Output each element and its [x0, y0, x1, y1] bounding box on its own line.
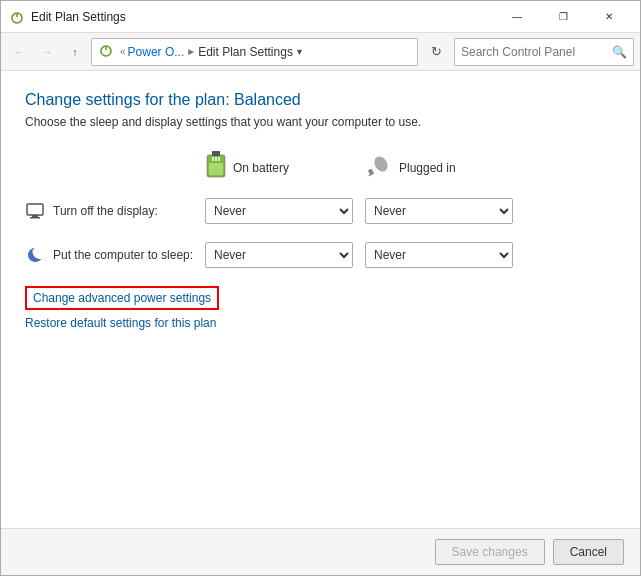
svg-rect-14	[32, 215, 38, 217]
window-icon	[9, 9, 25, 25]
sleep-label-group: Put the computer to sleep:	[25, 245, 205, 265]
restore-button[interactable]: ❐	[540, 1, 586, 33]
battery-icon	[205, 149, 227, 186]
display-label: Turn off the display:	[53, 204, 158, 218]
display-icon	[25, 201, 45, 221]
main-window: Edit Plan Settings — ❐ ✕ ← → ↑ « Power O…	[0, 0, 641, 576]
display-label-group: Turn off the display:	[25, 201, 205, 221]
forward-button[interactable]: →	[35, 40, 59, 64]
sleep-battery-select[interactable]: Never 1 minute 2 minutes 5 minutes 10 mi…	[205, 242, 353, 268]
restore-defaults-link[interactable]: Restore default settings for this plan	[25, 316, 616, 330]
cancel-button[interactable]: Cancel	[553, 539, 624, 565]
svg-rect-13	[27, 204, 43, 215]
links-section: Change advanced power settings Restore d…	[25, 286, 616, 330]
display-dropdowns: Never 1 minute 2 minutes 5 minutes 10 mi…	[205, 198, 513, 224]
close-button[interactable]: ✕	[586, 1, 632, 33]
breadcrumb-current: Edit Plan Settings	[198, 45, 293, 59]
sleep-plugged-select[interactable]: Never 1 minute 2 minutes 5 minutes 10 mi…	[365, 242, 513, 268]
up-button[interactable]: ↑	[63, 40, 87, 64]
svg-rect-6	[209, 163, 223, 175]
plugged-column-header: Plugged in	[365, 154, 525, 182]
breadcrumb-link-parent[interactable]: Power O...	[128, 45, 185, 59]
sleep-label: Put the computer to sleep:	[53, 248, 193, 262]
sleep-row: Put the computer to sleep: Never 1 minut…	[25, 240, 616, 270]
battery-column-header: On battery	[205, 149, 365, 186]
display-row: Turn off the display: Never 1 minute 2 m…	[25, 196, 616, 226]
plugged-column-label: Plugged in	[399, 161, 456, 175]
back-button[interactable]: ←	[7, 40, 31, 64]
save-changes-button[interactable]: Save changes	[435, 539, 545, 565]
window-title: Edit Plan Settings	[31, 10, 494, 24]
svg-rect-15	[30, 217, 40, 219]
battery-column-label: On battery	[233, 161, 289, 175]
column-headers: On battery Plugged in	[25, 149, 616, 186]
footer: Save changes Cancel	[1, 528, 640, 575]
refresh-button[interactable]: ↻	[422, 38, 450, 66]
display-battery-select[interactable]: Never 1 minute 2 minutes 5 minutes 10 mi…	[205, 198, 353, 224]
breadcrumb-sep1: «	[120, 46, 126, 57]
breadcrumb-arrow: ►	[186, 46, 196, 57]
minimize-button[interactable]: —	[494, 1, 540, 33]
page-subtitle: Choose the sleep and display settings th…	[25, 115, 616, 129]
search-box: 🔍	[454, 38, 634, 66]
title-bar: Edit Plan Settings — ❐ ✕	[1, 1, 640, 33]
sleep-dropdowns: Never 1 minute 2 minutes 5 minutes 10 mi…	[205, 242, 513, 268]
breadcrumb: « Power O... ► Edit Plan Settings ▼	[91, 38, 418, 66]
svg-point-10	[372, 154, 390, 174]
svg-rect-5	[212, 151, 220, 156]
search-icon: 🔍	[612, 45, 627, 59]
window-controls: — ❐ ✕	[494, 1, 632, 33]
sleep-icon	[25, 245, 45, 265]
display-plugged-select[interactable]: Never 1 minute 2 minutes 5 minutes 10 mi…	[365, 198, 513, 224]
search-input[interactable]	[461, 45, 612, 59]
address-bar: ← → ↑ « Power O... ► Edit Plan Settings …	[1, 33, 640, 71]
change-advanced-link[interactable]: Change advanced power settings	[25, 286, 219, 310]
breadcrumb-dropdown[interactable]: ▼	[295, 47, 304, 57]
breadcrumb-icon	[98, 42, 114, 61]
plug-icon	[365, 154, 393, 182]
page-title: Change settings for the plan: Balanced	[25, 91, 616, 109]
content-area: Change settings for the plan: Balanced C…	[1, 71, 640, 528]
